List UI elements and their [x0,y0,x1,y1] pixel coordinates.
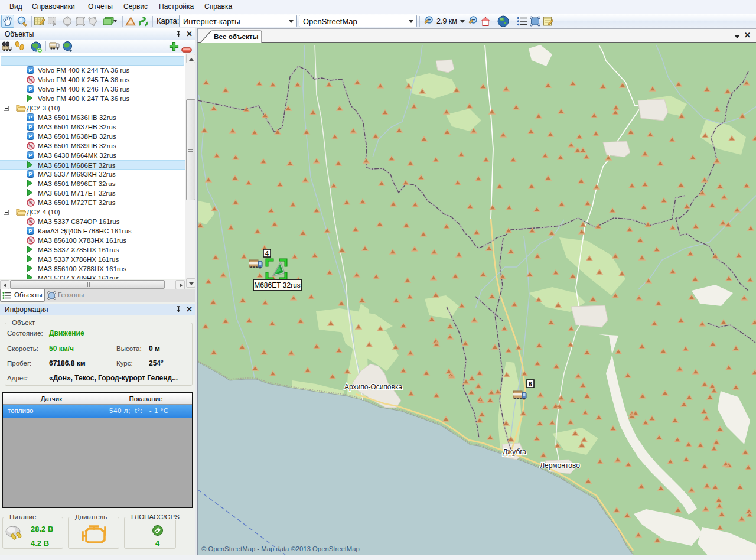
svg-text:P: P [28,171,32,177]
svg-text:P: P [28,227,32,234]
svg-text:© OpenStreetMap - Map data ©20: © OpenStreetMap - Map data ©2013 OpenStr… [201,545,360,552]
svg-text:Лермонтово: Лермонтово [540,461,580,470]
svg-text:P: P [28,67,32,73]
svg-text:P: P [28,123,32,130]
svg-text:P: P [28,86,32,92]
svg-text:P: P [28,133,32,139]
svg-text:Джубга: Джубга [503,448,526,456]
svg-text:P: P [28,152,32,158]
svg-text:4: 4 [265,250,269,257]
svg-text:P: P [28,114,32,121]
svg-text:М686ЕТ 32rus: М686ЕТ 32rus [254,281,301,289]
svg-text:6: 6 [529,380,532,388]
svg-text:Архипо-Осиповка: Архипо-Осиповка [344,383,403,391]
